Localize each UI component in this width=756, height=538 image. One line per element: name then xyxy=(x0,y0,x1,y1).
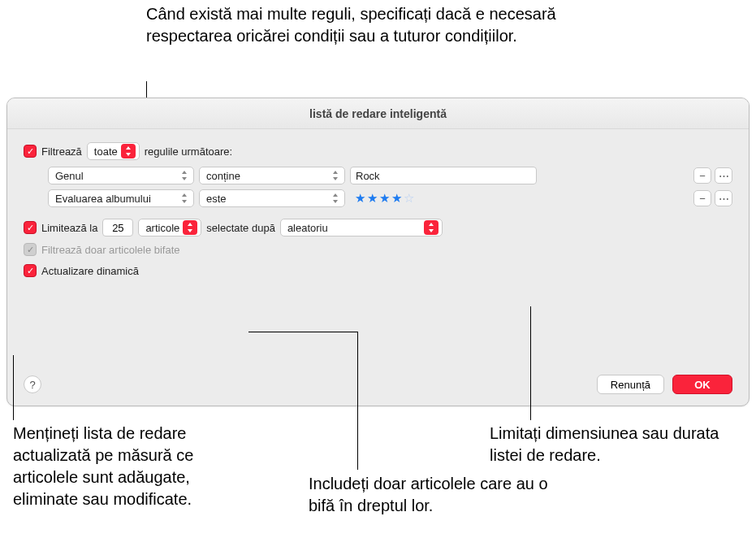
limit-checkbox[interactable]: ✓ xyxy=(24,221,37,234)
callout-line-bm-h xyxy=(248,332,358,332)
filter-mode-value: toate xyxy=(94,145,118,158)
updown-icon xyxy=(332,193,341,203)
limit-unit-popup[interactable]: articole xyxy=(138,219,201,236)
filter-prefix-label: Filtrează xyxy=(41,145,82,158)
rules-list: Genul conține Rock − ⋯ xyxy=(48,167,732,207)
only-checked-row: ✓ Filtrează doar articolele bifate xyxy=(24,243,732,256)
add-rule-button[interactable]: ⋯ xyxy=(715,190,732,206)
callout-bottom-left: Mențineți lista de redare actualizată pe… xyxy=(13,423,257,510)
rule-field-popup[interactable]: Genul xyxy=(48,167,194,184)
rule-field-value: Genul xyxy=(55,170,178,182)
dialog-title: listă de redare inteligentă xyxy=(7,98,749,129)
filter-mode-popup[interactable]: toate xyxy=(87,142,140,160)
updown-icon xyxy=(332,171,341,180)
ok-button[interactable]: OK xyxy=(672,375,732,394)
filter-suffix-label: regulile următoare: xyxy=(145,145,232,158)
dialog-footer: ? Renunță OK xyxy=(24,375,732,394)
live-update-row: ✓ Actualizare dinamică xyxy=(24,264,732,277)
rule-op-value: conține xyxy=(206,170,329,182)
smart-playlist-dialog: listă de redare inteligentă ✓ Filtrează … xyxy=(6,98,750,406)
limit-row: ✓ Limitează la 25 articole selectate dup… xyxy=(24,219,732,236)
callout-line-bm-v xyxy=(357,332,358,470)
updown-icon xyxy=(181,171,190,180)
updown-icon xyxy=(424,220,438,235)
limit-label: Limitează la xyxy=(41,222,97,234)
rule-field-value: Evaluarea albumului xyxy=(55,193,178,205)
rule-value-field[interactable]: Rock xyxy=(350,167,537,184)
remove-rule-button[interactable]: − xyxy=(693,190,711,206)
filter-checkbox[interactable]: ✓ xyxy=(24,145,37,158)
limit-count-field[interactable]: 25 xyxy=(102,219,133,236)
rule-op-popup[interactable]: este xyxy=(199,189,345,207)
rule-stars-value[interactable]: ★★★★☆ xyxy=(350,191,416,206)
remove-rule-button[interactable]: − xyxy=(693,167,711,184)
rule-row: Genul conține Rock − ⋯ xyxy=(48,167,732,184)
limit-method-popup[interactable]: aleatoriu xyxy=(280,219,443,236)
callout-line-br xyxy=(530,306,531,420)
callout-line-bl xyxy=(13,355,14,420)
updown-icon xyxy=(183,220,197,235)
limit-unit-value: articole xyxy=(145,222,179,234)
live-update-checkbox[interactable]: ✓ xyxy=(24,264,37,277)
filter-row: ✓ Filtrează toate regulile următoare: xyxy=(24,142,732,160)
callout-bottom-mid: Includeți doar articolele care au o bifă… xyxy=(309,473,552,517)
updown-icon xyxy=(181,193,190,203)
limit-selected-label: selectate după xyxy=(206,222,275,234)
help-button[interactable]: ? xyxy=(24,375,41,393)
rule-field-popup[interactable]: Evaluarea albumului xyxy=(48,189,194,207)
rule-op-value: este xyxy=(206,193,329,205)
rule-op-popup[interactable]: conține xyxy=(199,167,345,184)
limit-method-value: aleatoriu xyxy=(287,222,421,234)
callout-top: Când există mai multe reguli, specificaț… xyxy=(146,3,601,47)
cancel-button[interactable]: Renunță xyxy=(597,375,664,394)
only-checked-label: Filtrează doar articolele bifate xyxy=(41,244,180,256)
only-checked-checkbox: ✓ xyxy=(24,243,37,256)
updown-icon xyxy=(121,144,136,158)
rule-row: Evaluarea albumului este ★★★★☆ − ⋯ xyxy=(48,189,732,207)
add-rule-button[interactable]: ⋯ xyxy=(715,167,732,184)
live-update-label: Actualizare dinamică xyxy=(41,265,139,277)
callout-bottom-right: Limitați dimensiunea sau durata listei d… xyxy=(490,423,741,466)
